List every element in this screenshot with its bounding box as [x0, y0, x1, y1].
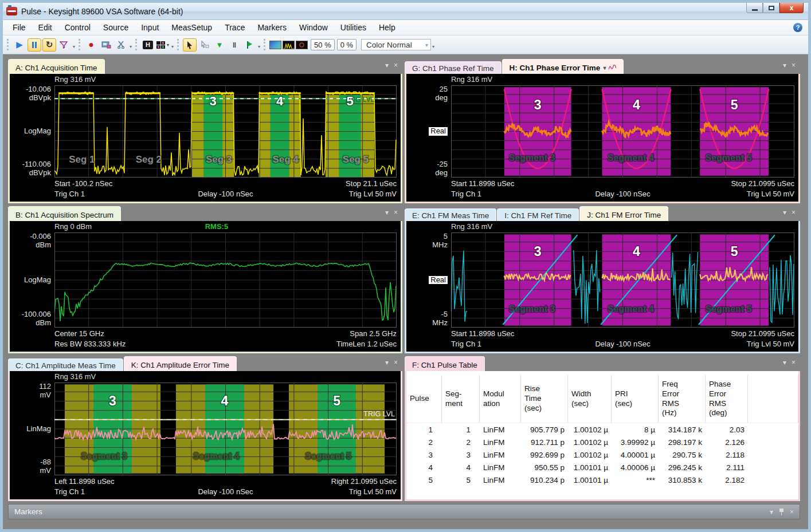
- acquisition-time-plot[interactable]: TRIG LVL345Seg 1Seg 2Seg 3Seg 4Seg 5: [54, 85, 397, 178]
- maximize-button[interactable]: [763, 3, 779, 13]
- color-mode-select[interactable]: Color Normal ▾: [361, 39, 431, 50]
- tab-b-ch1-acquisition-spectrum[interactable]: B: Ch1 Acquisition Spectrum: [8, 206, 121, 221]
- svg-text:Seg 1: Seg 1: [69, 154, 95, 165]
- amplitude-error-plot[interactable]: TRIG LVL345Segment 3Segment 4Segment 5: [54, 383, 397, 475]
- chevron-down-icon[interactable]: ▾: [603, 65, 606, 71]
- tab-e-ch1-fm-meas-time[interactable]: E: Ch1 FM Meas Time: [405, 208, 496, 221]
- panel-menu-icon[interactable]: ▾: [783, 359, 786, 366]
- overflow-chevron-icon[interactable]: ▾: [130, 44, 132, 49]
- panel-close-icon[interactable]: ×: [790, 509, 794, 515]
- menu-item-source[interactable]: Source: [97, 20, 135, 35]
- record-button[interactable]: ●: [84, 38, 98, 52]
- pulse-table-cell: 4: [442, 463, 480, 472]
- app-window: Pulse - Keysight 89600 VSA Software (64-…: [0, 0, 811, 532]
- panel-menu-icon[interactable]: ▾: [783, 62, 786, 69]
- flag-marker-icon[interactable]: [242, 38, 256, 52]
- tab-g-ch1-phase-ref-time[interactable]: G: Ch1 Phase Ref Time: [405, 61, 502, 74]
- pulse-table-row[interactable]: 44LinFM950.55 p1.00101 µ4.00006 µ296.245…: [406, 461, 798, 474]
- markers-bar[interactable]: Markers ▾ ×: [8, 504, 800, 519]
- pulse-table[interactable]: PulseSeg- mentModul ationRise Time (sec)…: [406, 371, 798, 499]
- panel-menu-icon[interactable]: ▾: [783, 209, 786, 216]
- panel-close-icon[interactable]: ×: [394, 62, 398, 69]
- menu-item-control[interactable]: Control: [58, 20, 97, 35]
- pulse-table-cell: LinFM: [480, 476, 521, 484]
- range-label: Rng 316 mV: [451, 222, 794, 232]
- menu-item-window[interactable]: Window: [293, 20, 334, 35]
- constellation-display-icon[interactable]: [296, 41, 308, 49]
- svg-text:Segment 5: Segment 5: [706, 304, 752, 314]
- tab-j-ch1-fm-error-time[interactable]: J: Ch1 FM Error Time: [579, 206, 668, 221]
- overflow-chevron-icon[interactable]: ▾: [432, 44, 434, 49]
- display-layout-icon[interactable]: ▾: [156, 38, 170, 52]
- tab-h-ch1-phase-error-time[interactable]: H: Ch1 Phase Error Time ▾: [502, 59, 624, 74]
- panel-close-icon[interactable]: ×: [394, 359, 398, 366]
- plot-footer: Start -100.2 nSecStop 21.1 uSec Trig Ch …: [54, 178, 397, 200]
- menu-item-help[interactable]: Help: [373, 20, 402, 35]
- pulse-table-cell: 2: [442, 438, 480, 447]
- hardware-config-icon[interactable]: H: [141, 38, 155, 52]
- phase-error-plot[interactable]: 345Segment 3Segment 4Segment 5: [451, 85, 794, 178]
- overflow-chevron-icon[interactable]: ▾: [73, 44, 75, 49]
- peak-marker-icon[interactable]: ▼: [213, 38, 226, 52]
- panel-menu-icon[interactable]: ▾: [385, 209, 389, 216]
- menu-item-meassetup[interactable]: MeasSetup: [165, 20, 218, 35]
- panel-close-icon[interactable]: ×: [792, 359, 796, 366]
- plot-footer: Start 11.8998 uSecStop 21.0995 uSec Trig…: [451, 178, 794, 200]
- pulse-table-row[interactable]: 33LinFM992.699 p1.00102 µ4.00001 µ290.75…: [406, 448, 798, 461]
- pin-icon[interactable]: [779, 509, 784, 515]
- menu-item-utilities[interactable]: Utilities: [334, 20, 373, 35]
- chevron-down-icon[interactable]: ▾: [770, 509, 773, 515]
- menu-item-edit[interactable]: Edit: [32, 20, 58, 35]
- span-percent-field[interactable]: 50 %: [311, 39, 335, 50]
- panel-close-icon[interactable]: ×: [394, 209, 398, 216]
- svg-text:Segment 5: Segment 5: [305, 451, 351, 461]
- move-marker-icon[interactable]: [198, 38, 211, 52]
- y-axis-labels: 5MHz Real -5MHz: [406, 232, 451, 328]
- tab-c-ch1-amplitude-meas-time[interactable]: C: Ch1 Amplitude Meas Time: [8, 358, 123, 371]
- restart-button[interactable]: ↻: [42, 38, 56, 52]
- select-pointer-icon[interactable]: [183, 38, 197, 52]
- play-button[interactable]: ▶: [13, 38, 26, 52]
- cut-icon[interactable]: [114, 38, 128, 52]
- menu-item-trace[interactable]: Trace: [218, 20, 251, 35]
- spectrum-plot[interactable]: [54, 232, 397, 328]
- pulse-table-row[interactable]: 22LinFM912.711 p1.00102 µ3.99992 µ298.19…: [406, 436, 798, 448]
- pulse-table-row[interactable]: 11LinFM905.779 p1.00102 µ8 µ314.187 k2.0…: [406, 423, 798, 436]
- minimize-button[interactable]: [746, 3, 763, 13]
- tab-f-ch1-pulse-table[interactable]: F: Ch1 Pulse Table: [405, 356, 485, 371]
- panel-menu-icon[interactable]: ▾: [385, 359, 389, 366]
- close-button[interactable]: x: [779, 3, 804, 13]
- overflow-chevron-icon[interactable]: ▾: [171, 44, 174, 49]
- pulse-table-cell: 1.00102 µ: [568, 451, 612, 459]
- pause-button[interactable]: [28, 38, 41, 52]
- panel-menu-icon[interactable]: ▾: [385, 62, 389, 69]
- pulse-table-column-header: Width (sec): [568, 375, 612, 423]
- pulse-table-cell: 2.03: [706, 425, 748, 434]
- tab-i-ch1-fm-ref-time[interactable]: I: Ch1 FM Ref Time: [497, 208, 579, 221]
- overflow-chevron-icon[interactable]: ▾: [258, 44, 260, 49]
- svg-text:Segment 5: Segment 5: [706, 153, 752, 163]
- copy-screen-icon[interactable]: [99, 38, 113, 52]
- fm-error-plot[interactable]: 345Segment 3Segment 4Segment 5: [451, 232, 794, 328]
- help-icon[interactable]: ?: [793, 23, 802, 32]
- pulse-table-row[interactable]: 55LinFM910.234 p1.00101 µ***310.853 k2.1…: [406, 474, 798, 486]
- panel-close-icon[interactable]: ×: [792, 209, 796, 216]
- plot-footer: Left 11.8998 uSecRight 21.0995 uSec Trig…: [54, 475, 397, 498]
- menu-item-input[interactable]: Input: [135, 20, 165, 35]
- panel-pulse-table: F: Ch1 Pulse Table ▾× PulseSeg- mentModu…: [405, 356, 800, 501]
- range-label: Rng 0 dBmRMS:5: [54, 222, 397, 232]
- pulse-table-cell: ***: [612, 476, 659, 484]
- offset-percent-field[interactable]: 0 %: [337, 39, 356, 50]
- toolbar: ▶ ↻ ▾ ● ▾ H ▾ ▾ ▼ ‖ ▾: [3, 36, 808, 54]
- band-marker-icon[interactable]: ‖: [228, 38, 241, 52]
- panel-close-icon[interactable]: ×: [792, 62, 796, 69]
- menu-item-file[interactable]: File: [6, 20, 32, 35]
- spectrum-display-icon[interactable]: [283, 41, 295, 49]
- pulse-table-column-header: Freq Error RMS (Hz): [659, 375, 706, 423]
- tab-a-ch1-acquisition-time[interactable]: A: Ch1 Acquisition Time: [8, 59, 105, 74]
- tab-k-ch1-amplitude-error-time[interactable]: K: Ch1 Amplitude Error Time: [124, 356, 237, 371]
- menu-item-markers[interactable]: Markers: [251, 20, 293, 35]
- spectrogram-display-icon[interactable]: [269, 41, 281, 49]
- pulse-table-column-header: Phase Error RMS (deg): [706, 375, 748, 423]
- trigger-setup-icon[interactable]: [57, 38, 71, 52]
